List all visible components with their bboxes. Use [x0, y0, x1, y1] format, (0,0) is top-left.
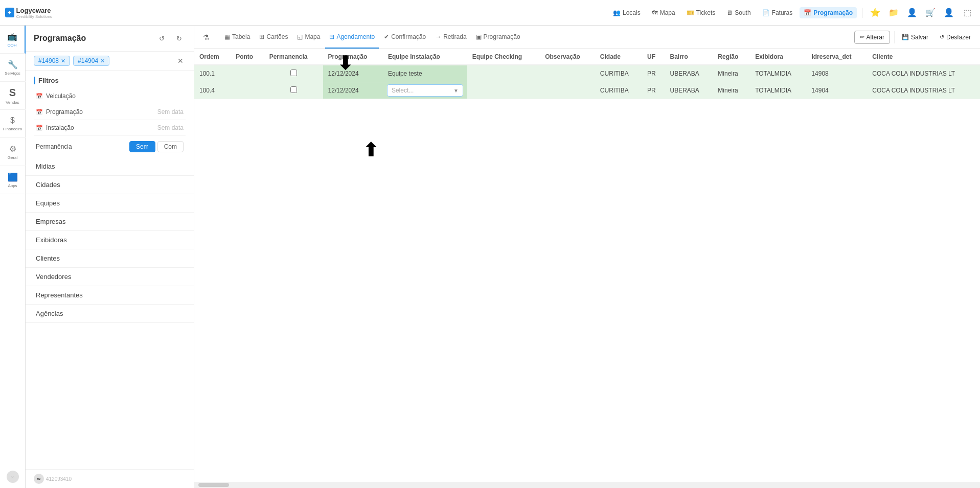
mapa-tab-icon: ◱	[297, 33, 303, 40]
row2-exibidora: TOTALMIDIA	[750, 82, 806, 99]
sidebar-item-financeiro[interactable]: $ Financeiro	[0, 110, 26, 138]
calendar-icon-3: 📅	[36, 125, 43, 131]
desfazer-btn[interactable]: ↺ Desfazer	[935, 31, 976, 43]
row1-exibidora: TOTALMIDIA	[750, 65, 806, 82]
filter-clientes[interactable]: Clientes	[26, 249, 194, 268]
history-icon[interactable]: ↺	[155, 32, 168, 45]
main-content: ⚗ ▦ Tabela ⊞ Cartões ◱ Mapa ⊟ Agendament…	[194, 26, 980, 488]
row2-programacao: 12/12/2024	[323, 82, 383, 99]
favorites-icon[interactable]: ⭐	[868, 5, 883, 20]
filter-empresas[interactable]: Empresas	[26, 213, 194, 231]
filter-midias[interactable]: Midias	[26, 157, 194, 176]
row2-equipe-dropdown[interactable]: Select... ▼	[383, 82, 467, 99]
tab-programacao-view[interactable]: ▣ Programação	[472, 26, 525, 49]
page-title: Programação	[34, 34, 151, 43]
tag-close-14904[interactable]: ✕	[100, 58, 105, 64]
row2-cidade: CURITIBA	[595, 82, 642, 99]
nav-locais[interactable]: 👥 Locais	[609, 7, 645, 18]
financeiro-icon: $	[10, 116, 15, 125]
row1-bairro: UBERABA	[665, 65, 713, 82]
filter-instalacao[interactable]: 📅 Instalação Sem data	[34, 120, 186, 136]
row2-checkbox[interactable]	[290, 86, 297, 93]
sidebar-item-servicos[interactable]: 🔧 Serviços	[0, 54, 26, 82]
programacao-view-icon: ▣	[476, 33, 482, 40]
row1-observacao	[540, 65, 595, 82]
row1-idreserva: 14908	[806, 65, 867, 82]
tab-retirada[interactable]: → Retirada	[431, 26, 470, 49]
toolbar: ⚗ ▦ Tabela ⊞ Cartões ◱ Mapa ⊟ Agendament…	[194, 26, 980, 49]
retirada-icon: →	[435, 33, 441, 40]
permanencia-row: Permanência Sem Com	[34, 136, 186, 157]
col-bairro: Bairro	[665, 49, 713, 65]
row1-cidade: CURITIBA	[595, 65, 642, 82]
col-observacao: Observação	[540, 49, 595, 65]
row2-ponto	[231, 82, 264, 99]
col-ponto: Ponto	[231, 49, 264, 65]
vendas-label: Vendas	[6, 100, 19, 105]
cart-icon[interactable]: 🛒	[923, 5, 938, 20]
row2-bairro: UBERABA	[665, 82, 713, 99]
col-cidade: Cidade	[595, 49, 642, 65]
tab-agendamento[interactable]: ⊟ Agendamento	[325, 26, 379, 49]
permanencia-com-btn[interactable]: Com	[157, 141, 184, 152]
permanencia-sem-btn[interactable]: Sem	[129, 141, 155, 152]
edit-icon: ✏	[860, 34, 864, 40]
nav-tickets[interactable]: 🎫 Tickets	[682, 7, 720, 18]
row1-cliente: COCA COLA INDUSTRIAS LT	[867, 65, 980, 82]
folder-icon[interactable]: 📁	[886, 5, 901, 20]
permanencia-label: Permanência	[36, 143, 72, 150]
profile-icon[interactable]: 👤	[941, 5, 956, 20]
programacao-filter-label: Programação	[46, 108, 83, 115]
tab-confirmacao[interactable]: ✔ Confirmação	[380, 26, 430, 49]
sidebar-item-vendas[interactable]: S Vendas	[0, 82, 26, 110]
row1-checkbox[interactable]	[290, 69, 297, 76]
apps-label: Apps	[8, 183, 17, 188]
refresh-icon[interactable]: ↻	[172, 32, 186, 45]
nav-mapa[interactable]: 🗺 Mapa	[648, 7, 679, 18]
alterar-btn[interactable]: ✏ Alterar	[854, 31, 890, 44]
tab-cartoes[interactable]: ⊞ Cartões	[255, 26, 292, 49]
nav-faturas[interactable]: 📄 Faturas	[758, 7, 797, 18]
app-tagline: Credibility Solutions	[16, 14, 52, 19]
page-header: Programação ↺ ↻	[26, 26, 194, 52]
version-number: 412093410	[46, 476, 72, 482]
servicos-icon: 🔧	[8, 60, 18, 69]
logo: + Logycware Credibility Solutions	[5, 7, 52, 19]
nav-programacao[interactable]: 📅 Programação	[800, 7, 857, 18]
filter-vendedores[interactable]: Vendedores	[26, 268, 194, 286]
user-icon[interactable]: 👤	[904, 5, 920, 20]
filter-programacao[interactable]: 📅 Programação Sem data	[34, 104, 186, 120]
filter-tag-14904[interactable]: #14904 ✕	[73, 56, 109, 66]
filter-veiculacao[interactable]: 📅 Veiculação	[34, 88, 186, 104]
row1-regiao: Mineira	[713, 65, 750, 82]
row1-programacao: 12/12/2024	[323, 65, 383, 82]
row2-checking	[467, 82, 540, 99]
financeiro-label: Financeiro	[3, 127, 22, 131]
sidebar-item-ooh[interactable]: 📺 OOH	[0, 26, 26, 54]
filter-cidades[interactable]: Cidades	[26, 176, 194, 194]
row1-permanencia[interactable]	[264, 65, 323, 82]
tab-mapa[interactable]: ◱ Mapa	[293, 26, 324, 49]
col-exibidora: Exibidora	[750, 49, 806, 65]
ooh-icon: 📺	[7, 32, 17, 41]
filter-representantes[interactable]: Representantes	[26, 286, 194, 305]
bottom-logo: ∞	[3, 467, 23, 488]
tag-close-14908[interactable]: ✕	[61, 58, 65, 64]
filter-btn[interactable]: ⚗	[198, 30, 214, 45]
sidebar-item-apps[interactable]: 🟦 Apps	[0, 166, 26, 194]
filter-categories: Midias Cidades Equipes Empresas Exibidor…	[26, 157, 194, 323]
filter-equipes[interactable]: Equipes	[26, 194, 194, 213]
calendar-icon-2: 📅	[36, 109, 43, 115]
row2-regiao: Mineira	[713, 82, 750, 99]
clear-all-btn[interactable]: ✕	[175, 56, 186, 66]
tab-tabela[interactable]: ▦ Tabela	[220, 26, 254, 49]
logout-icon[interactable]: ⬚	[960, 5, 975, 20]
filter-exibidoras[interactable]: Exibidoras	[26, 231, 194, 249]
salvar-btn[interactable]: 💾 Salvar	[897, 31, 933, 43]
sidebar-item-geral[interactable]: ⚙ Geral	[0, 138, 26, 166]
vendas-icon: S	[9, 87, 16, 99]
row2-permanencia[interactable]	[264, 82, 323, 99]
filter-tag-14908[interactable]: #14908 ✕	[34, 56, 70, 66]
filter-agencias[interactable]: Agências	[26, 305, 194, 323]
nav-south[interactable]: 🖥 South	[722, 7, 755, 18]
